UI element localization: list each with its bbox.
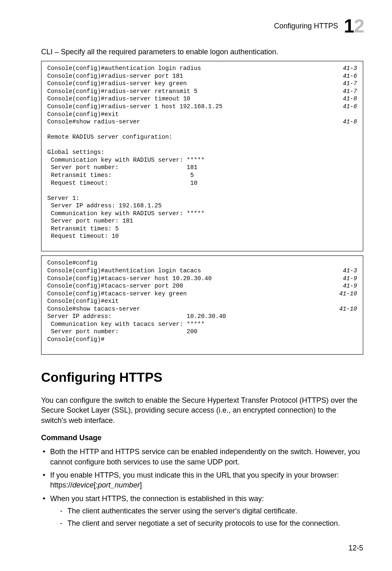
usage-item-both: Both the HTTP and HTTPS service can be e… [41, 447, 363, 467]
sub-item-negotiate: The client and server negotiate a set of… [60, 518, 363, 528]
cli-output-radius: Console(config)#authentication login rad… [41, 61, 363, 251]
header-title: Configuring HTTPS [274, 21, 338, 31]
sub-item-auth: The client authenticates the server usin… [60, 506, 363, 516]
usage-item-url: If you enable HTTPS, you must indicate t… [41, 470, 363, 490]
cli-output-tacacs: Console#configConsole(config)#authentica… [41, 255, 363, 355]
usage-list: Both the HTTP and HTTPS service can be e… [41, 447, 363, 528]
page-header: Configuring HTTPS 12 [41, 16, 363, 35]
page-number: 12-5 [41, 543, 363, 553]
intro-paragraph: You can configure the switch to enable t… [41, 395, 363, 425]
lead-paragraph: CLI – Specify all the required parameter… [41, 47, 363, 57]
command-usage-label: Command Usage [41, 433, 363, 443]
header-page-icon: 12 [343, 16, 363, 35]
section-heading: Configuring HTTPS [41, 369, 363, 386]
usage-item-connection: When you start HTTPS, the connection is … [41, 494, 363, 529]
sub-list: The client authenticates the server usin… [50, 506, 363, 529]
